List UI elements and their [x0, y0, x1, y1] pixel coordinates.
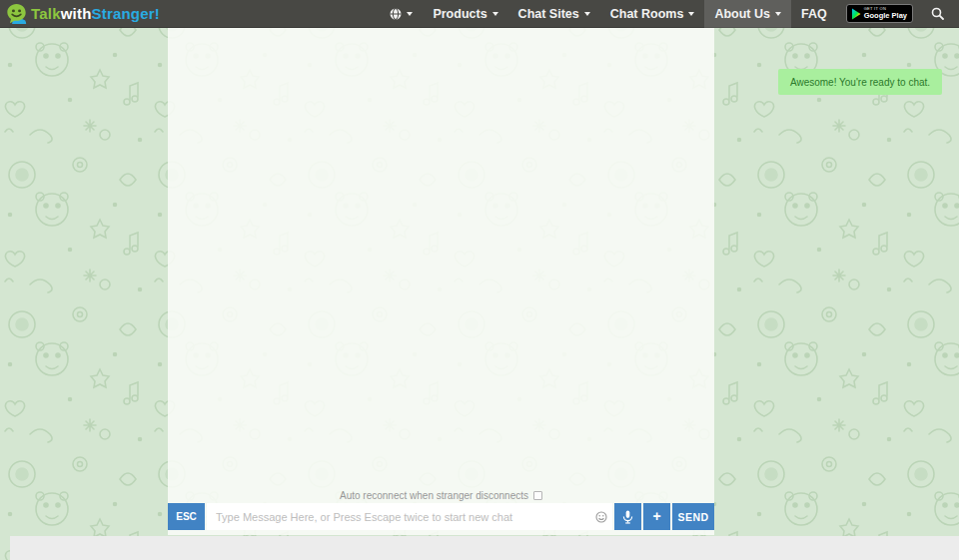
microphone-button[interactable]	[614, 503, 641, 530]
nav-item-label: FAQ	[801, 7, 827, 21]
nav-item-label: Chat Rooms	[610, 7, 684, 21]
auto-reconnect-checkbox[interactable]	[533, 491, 542, 500]
ready-toast-message: Awesome! You're ready to chat.	[790, 77, 930, 88]
google-play-line2: Google Play	[864, 12, 907, 20]
google-play-triangle-icon	[852, 8, 861, 20]
nav-item-language[interactable]	[380, 0, 423, 28]
nav-item-label: Chat Sites	[518, 7, 579, 21]
nav-item-chat-rooms[interactable]: Chat Rooms	[600, 0, 705, 28]
auto-reconnect-label: Auto reconnect when stranger disconnects	[340, 490, 528, 501]
caret-down-icon	[688, 12, 694, 16]
nav-item-faq[interactable]: FAQ	[791, 0, 837, 28]
top-navbar: TalkwithStranger! Products Chat Sites Ch…	[0, 0, 959, 28]
logo-text: TalkwithStranger!	[31, 5, 160, 22]
navbar-menu: Products Chat Sites Chat Rooms About Us …	[380, 0, 953, 28]
esc-button[interactable]: ESC	[168, 503, 205, 530]
ready-toast: Awesome! You're ready to chat.	[778, 69, 942, 95]
microphone-icon	[622, 510, 633, 524]
auto-reconnect-row: Auto reconnect when stranger disconnects	[168, 490, 714, 501]
emoji-smiley-icon[interactable]	[595, 511, 607, 523]
search-icon	[931, 7, 944, 20]
send-button[interactable]: SEND	[672, 503, 714, 530]
smiley-chat-bubble-icon	[6, 3, 27, 24]
footer-bar	[10, 536, 959, 560]
attach-button[interactable]: +	[643, 503, 670, 530]
globe-icon	[390, 8, 402, 20]
nav-item-label: Products	[433, 7, 486, 21]
caret-down-icon	[492, 12, 498, 16]
nav-item-about-us[interactable]: About Us	[704, 0, 791, 28]
google-play-text: GET IT ON Google Play	[864, 7, 907, 20]
logo[interactable]: TalkwithStranger!	[6, 3, 160, 24]
logo-text-talk: Talk	[31, 5, 61, 22]
logo-text-with: with	[61, 5, 92, 22]
message-input[interactable]	[207, 503, 612, 530]
chat-messages-area	[168, 28, 714, 475]
search-button[interactable]	[922, 0, 953, 28]
message-input-wrap	[207, 503, 612, 530]
caret-down-icon	[407, 12, 413, 16]
chat-input-bar: ESC + SEND	[168, 503, 714, 530]
nav-item-chat-sites[interactable]: Chat Sites	[508, 0, 600, 28]
caret-down-icon	[775, 12, 781, 16]
logo-text-stranger: Stranger!	[92, 5, 160, 22]
chat-panel: Auto reconnect when stranger disconnects…	[168, 28, 714, 535]
nav-item-products[interactable]: Products	[423, 0, 507, 28]
google-play-badge[interactable]: GET IT ON Google Play	[846, 4, 913, 23]
nav-item-label: About Us	[714, 7, 770, 21]
caret-down-icon	[584, 12, 590, 16]
